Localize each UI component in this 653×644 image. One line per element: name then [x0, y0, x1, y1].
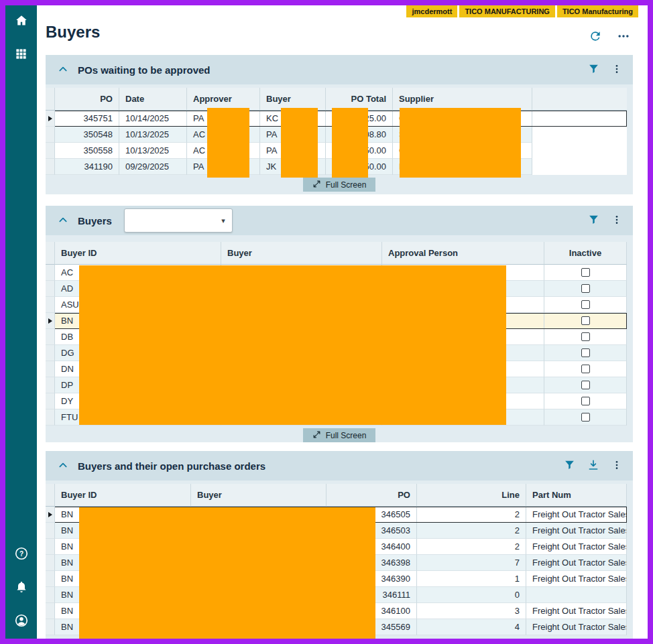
- filler-cell: [532, 159, 627, 175]
- inactive-checkbox[interactable]: [581, 284, 590, 293]
- overflow-menu-icon: [617, 29, 630, 45]
- column-header-buyer-id[interactable]: Buyer ID: [55, 484, 191, 507]
- cell-inactive: [544, 297, 627, 313]
- filter-button[interactable]: [564, 459, 575, 472]
- filter-button[interactable]: [588, 214, 599, 227]
- inactive-checkbox[interactable]: [581, 348, 590, 357]
- cell-date: 10/14/2025: [119, 111, 187, 127]
- company-badge[interactable]: TICO MANUFACTURING: [459, 5, 555, 17]
- row-marker-cell: [46, 111, 55, 127]
- column-header-buyer[interactable]: Buyer: [191, 484, 326, 507]
- filter-icon: [564, 459, 575, 472]
- column-header-approver[interactable]: Approver: [187, 88, 260, 111]
- inactive-checkbox[interactable]: [581, 365, 590, 373]
- row-marker-cell: [46, 329, 55, 345]
- column-header-buyer[interactable]: Buyer: [260, 88, 326, 111]
- selected-row-indicator: [48, 116, 52, 121]
- column-header-supplier[interactable]: Supplier: [393, 88, 532, 111]
- home-icon: [14, 13, 29, 30]
- panel-header: Buyers ▾: [46, 206, 633, 235]
- fullscreen-label: Full Screen: [326, 180, 367, 190]
- site-badge[interactable]: TICO Manufacturing: [557, 5, 638, 17]
- cell-inactive: [544, 265, 627, 281]
- inactive-checkbox[interactable]: [581, 300, 590, 309]
- inactive-checkbox[interactable]: [581, 413, 590, 422]
- svg-text:?: ?: [19, 550, 23, 557]
- column-header-inactive[interactable]: Inactive: [544, 242, 627, 265]
- row-marker-cell: [46, 345, 55, 361]
- user-badge[interactable]: jmcdermott: [406, 5, 457, 17]
- row-marker-cell: [46, 265, 55, 281]
- cell-part-num: Freight Out Tractor Sales: [526, 507, 627, 523]
- fullscreen-button[interactable]: Full Screen: [303, 178, 376, 192]
- fullscreen-button[interactable]: Full Screen: [303, 428, 376, 442]
- filter-button[interactable]: [588, 63, 599, 76]
- notifications-button[interactable]: [13, 580, 29, 596]
- inactive-checkbox[interactable]: [581, 397, 590, 405]
- panel-header: POs waiting to be approved: [46, 55, 633, 84]
- column-header-buyer[interactable]: Buyer: [221, 242, 382, 265]
- cell-inactive: [544, 361, 627, 377]
- inactive-checkbox[interactable]: [581, 316, 590, 325]
- collapse-panel-button[interactable]: [58, 64, 68, 76]
- chevron-down-icon: ▾: [221, 216, 225, 225]
- column-header-buyer-id[interactable]: Buyer ID: [55, 242, 221, 265]
- cell-line: 4: [417, 619, 526, 635]
- apps-menu-button[interactable]: [13, 47, 29, 63]
- column-header-line[interactable]: Line: [417, 484, 526, 507]
- column-header-po[interactable]: PO: [55, 88, 119, 111]
- sidebar: ?: [5, 5, 37, 639]
- cell-part-num: [526, 587, 627, 603]
- home-button[interactable]: [13, 13, 29, 29]
- cell-line: 1: [417, 571, 526, 587]
- collapse-panel-button[interactable]: [58, 460, 68, 472]
- refresh-icon: [589, 29, 602, 45]
- buyers-filter-select[interactable]: ▾: [124, 208, 233, 233]
- kebab-menu-icon: [611, 460, 622, 472]
- table-header-row: Buyer ID Buyer PO Line Part Num: [46, 484, 627, 507]
- column-header-po[interactable]: PO: [326, 484, 417, 507]
- refresh-button[interactable]: [589, 29, 602, 45]
- row-marker-cell: [46, 571, 55, 587]
- download-button[interactable]: [587, 459, 599, 473]
- inactive-checkbox[interactable]: [581, 332, 590, 341]
- selected-row-indicator: [48, 512, 52, 517]
- collapse-panel-button[interactable]: [58, 214, 68, 227]
- redaction-block: [332, 108, 368, 178]
- chevron-up-icon: [58, 460, 68, 472]
- cell-date: 10/13/2025: [119, 143, 187, 159]
- panel-title: Buyers: [78, 215, 112, 227]
- cell-line: 2: [417, 539, 526, 555]
- row-marker-cell: [46, 143, 55, 159]
- column-header-part-num[interactable]: Part Num: [526, 484, 627, 507]
- cell-inactive: [544, 281, 627, 297]
- cell-line: 2: [417, 523, 526, 539]
- cell-po: 350558: [55, 143, 119, 159]
- cell-part-num: Freight Out Tractor Sales: [526, 603, 627, 619]
- overflow-menu-button[interactable]: [617, 29, 630, 45]
- row-marker-cell: [46, 603, 55, 619]
- help-button[interactable]: ?: [13, 546, 29, 562]
- kebab-menu-button[interactable]: [611, 214, 622, 227]
- inactive-checkbox[interactable]: [581, 268, 590, 277]
- row-marker-cell: [46, 127, 55, 143]
- kebab-menu-button[interactable]: [611, 64, 622, 76]
- app-frame: ? jmcdermott TICO MANUFACTURING TICO Man…: [0, 0, 653, 644]
- cell-part-num: Freight Out Tractor Sales: [526, 619, 627, 635]
- account-button[interactable]: [13, 613, 29, 629]
- row-marker-cell: [46, 409, 55, 426]
- cell-po: 345751: [55, 111, 119, 127]
- panel-title: POs waiting to be approved: [78, 64, 211, 76]
- column-header-approval-person[interactable]: Approval Person: [382, 242, 544, 265]
- kebab-menu-button[interactable]: [611, 460, 622, 472]
- cell-inactive: [544, 393, 627, 409]
- fullscreen-strip: Full Screen: [46, 426, 633, 442]
- inactive-checkbox[interactable]: [581, 381, 590, 389]
- column-header-po-total[interactable]: PO Total: [326, 88, 393, 111]
- column-header-date[interactable]: Date: [119, 88, 187, 111]
- sidebar-bottom-group: ?: [13, 546, 29, 629]
- row-marker-cell: [46, 393, 55, 409]
- cell-date: 10/13/2025: [119, 127, 187, 143]
- cell-inactive: [544, 409, 627, 426]
- kebab-menu-icon: [611, 64, 622, 76]
